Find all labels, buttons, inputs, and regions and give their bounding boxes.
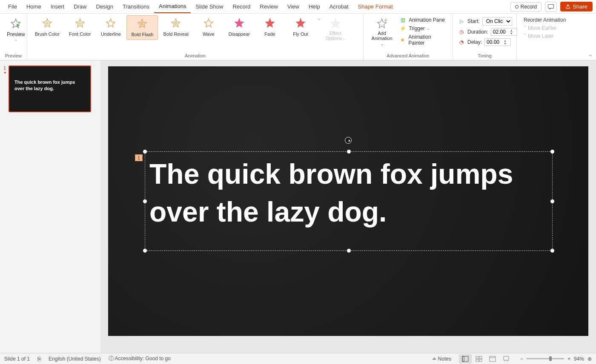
zoom-level[interactable]: 94%	[574, 356, 584, 362]
group-label-preview: Preview	[3, 52, 23, 59]
play-icon: ▷	[458, 18, 465, 24]
svg-text:B: B	[141, 22, 143, 26]
svg-rect-24	[479, 359, 482, 361]
zoom-in-button[interactable]: +	[567, 356, 570, 362]
notes-button[interactable]: ≐ Notes	[432, 356, 451, 362]
animation-fly-out[interactable]: Fly Out	[286, 15, 315, 39]
chevron-down-icon: ˅	[524, 33, 526, 39]
slide-text[interactable]: The quick brown fox jumps over the lazy …	[145, 152, 552, 234]
tab-draw[interactable]: Draw	[69, 0, 91, 13]
svg-rect-20	[462, 356, 464, 361]
tab-record[interactable]: Record	[228, 0, 255, 13]
resize-handle-se[interactable]	[550, 249, 554, 253]
tab-design[interactable]: Design	[92, 0, 118, 13]
collapse-ribbon-button[interactable]: ⌵	[589, 51, 592, 57]
start-label: Start:	[467, 18, 480, 24]
star-icon: B	[137, 18, 148, 29]
slideshow-button[interactable]	[500, 354, 513, 364]
chevron-down-icon[interactable]: ⌵	[317, 15, 321, 22]
svg-rect-19	[462, 356, 468, 361]
reading-view-button[interactable]	[486, 354, 499, 364]
tab-help[interactable]: Help	[304, 0, 325, 13]
animation-bold-flash[interactable]: B Bold Flash	[126, 15, 158, 40]
animation-pane-button[interactable]: ▥ Animation Pane	[399, 17, 447, 23]
slide-editor[interactable]: 1 The quick brown fox jumps over the laz…	[100, 60, 596, 353]
text-box[interactable]: 1 The quick brown fox jumps over the laz…	[145, 151, 553, 251]
tab-shape-format[interactable]: Shape Format	[353, 0, 398, 13]
svg-text:A: A	[46, 21, 49, 26]
svg-rect-25	[490, 356, 496, 361]
spellcheck-icon[interactable]: ⎘	[37, 355, 41, 362]
share-button[interactable]: Share	[560, 2, 593, 11]
animation-brush-color[interactable]: A Brush Color	[31, 15, 64, 39]
slide-canvas[interactable]: 1 The quick brown fox jumps over the laz…	[108, 66, 588, 336]
animation-fade[interactable]: Fade	[255, 15, 285, 39]
language-indicator[interactable]: English (United States)	[49, 356, 101, 362]
svg-marker-16	[331, 19, 340, 28]
tab-animations[interactable]: Animations	[154, 0, 191, 13]
svg-rect-27	[504, 356, 509, 360]
group-label-advanced: Advanced Animation	[367, 52, 449, 59]
animation-painter-button[interactable]: ★ Animation Painter	[399, 34, 447, 46]
resize-handle-e[interactable]	[550, 199, 554, 203]
tab-view[interactable]: View	[283, 0, 304, 13]
svg-marker-7	[107, 19, 115, 27]
svg-rect-0	[548, 4, 554, 8]
move-earlier-button: ˄ Move Earlier	[524, 25, 566, 31]
group-timing: ▷ Start: On Click ◷ Duration: ▲▼ ◔	[453, 14, 517, 60]
effect-options-button: EffectOptions ⌵	[323, 15, 348, 44]
comments-button[interactable]	[545, 2, 557, 12]
tab-insert[interactable]: Insert	[46, 0, 69, 13]
resize-handle-nw[interactable]	[143, 150, 147, 154]
add-animation-button[interactable]: + AddAnimation ⌵	[367, 15, 397, 48]
tab-review[interactable]: Review	[255, 0, 283, 13]
animation-order-tag[interactable]: 1	[135, 154, 143, 161]
lightning-icon: ⚡	[399, 26, 406, 31]
animation-disappear[interactable]: Disappear	[224, 15, 254, 39]
trigger-button[interactable]: ⚡ Trigger ⌵	[399, 26, 447, 31]
tab-transitions[interactable]: Transitions	[118, 0, 154, 13]
tab-slideshow[interactable]: Slide Show	[191, 0, 228, 13]
slide-sorter-button[interactable]	[473, 354, 485, 364]
animation-underline[interactable]: Underline	[96, 15, 126, 39]
resize-handle-ne[interactable]	[550, 150, 554, 154]
chevron-up-icon: ˄	[524, 25, 526, 31]
share-label: Share	[573, 3, 587, 10]
move-later-button: ˅ Move Later	[524, 33, 566, 39]
resize-handle-n[interactable]	[347, 150, 351, 154]
tab-acrobat[interactable]: Acrobat	[325, 0, 353, 13]
zoom-out-button[interactable]: −	[520, 356, 523, 362]
animation-wave[interactable]: Wave	[194, 15, 224, 39]
svg-text:B: B	[175, 21, 177, 26]
svg-rect-22	[479, 356, 482, 358]
tab-file[interactable]: File	[3, 0, 22, 13]
duration-input[interactable]: ▲▼	[491, 28, 517, 36]
accessibility-status[interactable]: ⓘ Accessibility: Good to go	[109, 355, 171, 362]
slide-thumbnail-1[interactable]: The quick brown fox jumps over the lazy …	[9, 65, 91, 112]
gallery-scroll[interactable]: ⌵	[315, 15, 323, 22]
rotate-handle[interactable]	[345, 137, 352, 144]
resize-handle-w[interactable]	[143, 199, 147, 203]
resize-handle-sw[interactable]	[143, 249, 147, 253]
zoom-slider[interactable]	[527, 358, 564, 359]
normal-view-button[interactable]	[459, 354, 472, 364]
delay-label: Delay:	[467, 39, 482, 45]
animation-font-color[interactable]: A Font Color	[65, 15, 95, 39]
svg-marker-1	[11, 19, 20, 28]
svg-text:+: +	[384, 18, 387, 23]
slide-thumbnail-panel[interactable]: 1 ✦ The quick brown fox jumps over the l…	[0, 60, 100, 353]
record-button[interactable]: Record	[510, 2, 542, 11]
status-bar: Slide 1 of 1 ⎘ English (United States) ⓘ…	[0, 353, 596, 364]
svg-marker-15	[296, 19, 305, 27]
tab-home[interactable]: Home	[22, 0, 46, 13]
resize-handle-s[interactable]	[347, 249, 351, 253]
start-select[interactable]: On Click	[482, 17, 512, 26]
main-area: 1 ✦ The quick brown fox jumps over the l…	[0, 60, 596, 353]
pane-icon: ▥	[399, 17, 406, 23]
animation-bold-reveal[interactable]: B Bold Reveal	[159, 15, 192, 39]
delay-input[interactable]: ▲▼	[484, 38, 511, 46]
ribbon: Preview ⌵ Preview A Brush Color A Font C…	[0, 14, 596, 60]
fit-to-window-button[interactable]: ⊕	[587, 356, 592, 362]
preview-button[interactable]: Preview ⌵	[3, 15, 29, 44]
clock-icon: ◷	[458, 29, 465, 35]
